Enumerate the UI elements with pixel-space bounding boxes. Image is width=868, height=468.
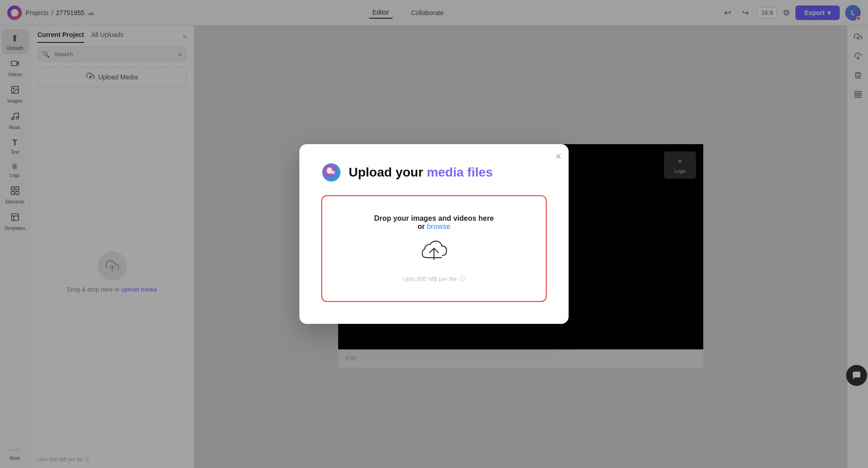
modal-header: Upload your media files — [321, 162, 547, 182]
modal-close-button[interactable]: × — [555, 151, 561, 161]
browse-link[interactable]: browse — [427, 223, 450, 230]
drop-zone[interactable]: Drop your images and videos here or brow… — [321, 195, 547, 302]
modal-title: Upload your media files — [349, 165, 493, 180]
drop-instructions: Drop your images and videos here or brow… — [374, 214, 494, 231]
svg-point-24 — [331, 171, 335, 174]
info-icon-modal: ⓘ — [460, 275, 465, 283]
file-size-limit: Upto 800 MB per file ⓘ — [403, 275, 465, 283]
upload-modal: × Upload your — [299, 144, 569, 324]
modal-logo — [321, 162, 341, 182]
upload-cloud-icon — [418, 238, 450, 267]
drop-text: Drop your images and videos here — [374, 214, 494, 222]
modal-overlay[interactable]: × Upload your — [0, 0, 868, 468]
